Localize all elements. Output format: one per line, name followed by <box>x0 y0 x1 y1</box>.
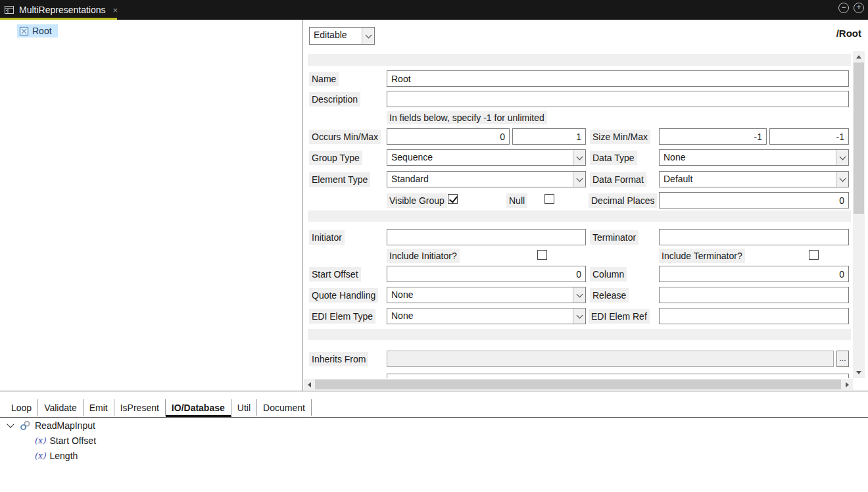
application-window: MultiRepresentations × − + Root Editable <box>0 0 868 492</box>
chevron-down-icon <box>362 28 374 44</box>
visible-group-checkbox[interactable] <box>448 194 458 204</box>
inherits-from-label: Inherits From <box>309 352 368 366</box>
initiator-label: Initiator <box>309 230 345 245</box>
decimal-places-label: Decimal Places <box>589 193 657 208</box>
quote-handling-select[interactable]: None <box>387 287 586 303</box>
tab-loop[interactable]: Loop <box>5 399 38 417</box>
data-format-select[interactable]: Default <box>659 171 849 187</box>
null-label: Null <box>506 193 527 208</box>
quote-handling-value: None <box>387 287 573 303</box>
include-terminator-label: Include Terminator? <box>659 249 745 263</box>
partial-input[interactable] <box>387 374 849 378</box>
scroll-left-button[interactable] <box>304 379 315 390</box>
chevron-down-icon <box>573 150 585 165</box>
bottom-tree-row[interactable]: (x) Length <box>34 449 78 463</box>
element-node-icon <box>19 26 29 36</box>
form-viewport: Name Description In fields below, specif… <box>304 51 853 378</box>
edit-mode-value: Editable <box>310 28 362 44</box>
start-offset-label: Start Offset <box>309 267 361 282</box>
edi-elem-ref-input[interactable] <box>659 308 849 324</box>
size-minmax-label: Size Min/Max <box>590 130 650 144</box>
data-type-value: None <box>660 150 836 165</box>
column-input[interactable] <box>659 266 849 282</box>
section-divider <box>308 54 851 66</box>
release-input[interactable] <box>659 287 849 303</box>
inherits-from-input[interactable] <box>387 351 834 367</box>
include-initiator-checkbox[interactable] <box>537 250 547 260</box>
app-icon <box>4 5 14 15</box>
include-terminator-checkbox[interactable] <box>809 250 819 260</box>
schema-tree-panel: Root <box>0 20 303 391</box>
occurs-max-input[interactable] <box>512 128 586 145</box>
data-type-select[interactable]: None <box>659 149 849 166</box>
tree-item-label: Root <box>32 26 52 36</box>
bottom-tree-row[interactable]: ReadMapInput <box>8 418 95 433</box>
link-icon <box>20 420 31 431</box>
element-type-label: Element Type <box>309 172 370 187</box>
chevron-down-icon <box>573 287 585 303</box>
description-input[interactable] <box>387 91 849 107</box>
group-type-select[interactable]: Sequence <box>387 149 586 166</box>
include-initiator-label: Include Initiator? <box>387 249 460 263</box>
expander-icon[interactable] <box>7 420 14 428</box>
window-controls: − + <box>838 3 864 13</box>
element-type-select[interactable]: Standard <box>387 171 586 187</box>
tab-ispresent[interactable]: IsPresent <box>114 399 166 417</box>
horizontal-splitter[interactable] <box>0 391 868 391</box>
visible-group-label: Visible Group <box>387 193 447 208</box>
bottom-tree-child-label: Start Offset <box>49 435 96 446</box>
column-label: Column <box>590 267 627 282</box>
horizontal-scrollbar[interactable] <box>304 379 853 390</box>
document-tab[interactable]: MultiRepresentations × <box>0 0 124 20</box>
tree-item-root[interactable]: Root <box>17 24 58 37</box>
variable-icon: (x) <box>34 451 45 460</box>
tab-document[interactable]: Document <box>257 399 312 417</box>
data-type-label: Data Type <box>590 151 637 165</box>
quote-handling-label: Quote Handling <box>309 288 378 303</box>
tab-validate[interactable]: Validate <box>38 399 84 417</box>
group-type-label: Group Type <box>309 151 362 165</box>
chevron-down-icon <box>573 308 585 324</box>
terminator-label: Terminator <box>590 230 639 245</box>
name-input[interactable] <box>387 70 849 87</box>
size-max-input[interactable] <box>769 128 849 145</box>
vertical-scrollbar-thumb[interactable] <box>854 62 864 214</box>
terminator-input[interactable] <box>659 229 849 245</box>
vertical-scrollbar[interactable] <box>853 51 865 378</box>
scroll-down-button[interactable] <box>853 367 865 378</box>
initiator-input[interactable] <box>387 229 586 245</box>
description-label: Description <box>309 92 360 107</box>
chevron-down-icon <box>836 172 848 187</box>
unlimited-note: In fields below, specify -1 for unlimite… <box>387 111 547 124</box>
size-min-input[interactable] <box>659 128 767 145</box>
scroll-right-button[interactable] <box>842 379 853 390</box>
browse-button[interactable]: ... <box>836 351 849 367</box>
name-label: Name <box>309 72 339 86</box>
horizontal-scrollbar-thumb[interactable] <box>315 380 841 389</box>
bottom-tree-row[interactable]: (x) Start Offset <box>34 433 96 448</box>
null-checkbox[interactable] <box>544 194 554 204</box>
node-editor-panel: Editable /Root Name Description In field… <box>304 20 868 391</box>
edi-elem-type-select[interactable]: None <box>387 308 586 324</box>
close-tab-icon[interactable]: × <box>113 5 118 15</box>
start-offset-input[interactable] <box>387 266 586 282</box>
occurs-minmax-label: Occurs Min/Max <box>309 130 381 144</box>
zoom-in-button[interactable]: + <box>854 3 864 13</box>
scroll-up-button[interactable] <box>853 51 865 62</box>
chevron-down-icon <box>573 172 585 187</box>
section-divider <box>308 329 851 340</box>
decimal-places-input[interactable] <box>659 192 849 209</box>
bottom-tree-root-label: ReadMapInput <box>35 420 95 431</box>
tab-emit[interactable]: Emit <box>84 399 114 417</box>
edi-elem-type-value: None <box>387 308 573 324</box>
occurs-min-input[interactable] <box>387 128 510 145</box>
release-label: Release <box>590 288 629 303</box>
tab-util[interactable]: Util <box>231 399 257 417</box>
edit-mode-select[interactable]: Editable <box>309 27 375 45</box>
bottom-tab-bar: Loop Validate Emit IsPresent IO/Database… <box>0 395 868 418</box>
bottom-tree-child-label: Length <box>49 451 78 461</box>
tab-io-database[interactable]: IO/Database <box>166 399 231 417</box>
group-type-value: Sequence <box>387 150 573 165</box>
chevron-down-icon <box>836 150 848 165</box>
zoom-out-button[interactable]: − <box>838 3 849 13</box>
